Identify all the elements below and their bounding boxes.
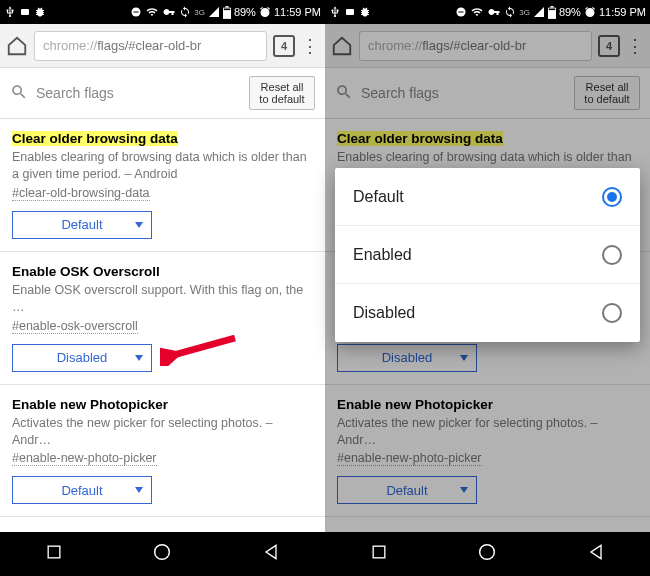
url-scheme: chrome:// <box>368 38 422 53</box>
flag-description: Enable OSK overscroll support. With this… <box>12 282 313 316</box>
svg-point-16 <box>480 545 495 560</box>
usb-icon <box>329 6 341 18</box>
menu-icon[interactable]: ⋮ <box>626 35 644 57</box>
flag-enable-new-photopicker: Enable new Photopicker Activates the new… <box>0 385 325 518</box>
svg-rect-7 <box>48 546 60 558</box>
search-placeholder: Search flags <box>361 85 439 101</box>
flag-title: Clear older browsing data <box>337 131 503 146</box>
svg-rect-13 <box>550 6 553 8</box>
chevron-down-icon <box>460 355 468 361</box>
home-nav-icon[interactable] <box>151 541 173 567</box>
android-navbar <box>0 532 325 576</box>
bug-icon <box>359 6 371 18</box>
omnibox[interactable]: chrome://flags/#clear-old-br <box>34 31 267 61</box>
clock-text: 11:59 PM <box>274 6 321 18</box>
menu-icon[interactable]: ⋮ <box>301 35 319 57</box>
svg-rect-0 <box>21 9 29 15</box>
flag-clear-old-browsing-data: Clear older browsing data Enables cleari… <box>0 119 325 252</box>
radio-selected-icon <box>602 187 622 207</box>
svg-rect-9 <box>346 9 354 15</box>
flag-description: Enables clearing of browsing data which … <box>12 149 313 183</box>
status-bar: 3G 89% 11:59 PM <box>0 0 325 24</box>
omnibox[interactable]: chrome://flags/#clear-old-br <box>359 31 592 61</box>
flag-title: Enable new Photopicker <box>337 397 493 412</box>
flag-experimental-screencapture: Experimental ScreenCapture. Enable this … <box>325 517 650 532</box>
radio-icon <box>602 245 622 265</box>
tab-switcher[interactable]: 4 <box>273 35 295 57</box>
flag-anchor[interactable]: #enable-new-photo-picker <box>337 451 482 466</box>
flag-title: Experimental ScreenCapture. <box>337 529 525 532</box>
option-default[interactable]: Default <box>335 168 640 226</box>
url-path: flags/#clear-old-br <box>422 38 526 53</box>
recent-apps-icon[interactable] <box>369 542 389 566</box>
home-nav-icon[interactable] <box>476 541 498 567</box>
svg-rect-5 <box>224 8 230 10</box>
wifi-icon <box>145 6 159 18</box>
usb-icon <box>4 6 16 18</box>
search-row: Search flags Reset all to default <box>0 68 325 119</box>
vpn-key-icon <box>162 6 176 18</box>
sync-icon <box>504 6 516 18</box>
flag-dropdown[interactable]: Disabled <box>12 344 152 372</box>
radio-icon <box>602 303 622 323</box>
chevron-down-icon <box>135 222 143 228</box>
dnd-icon <box>130 6 142 18</box>
home-icon[interactable] <box>331 35 353 57</box>
flag-dropdown[interactable]: Default <box>337 476 477 504</box>
url-path: flags/#clear-old-br <box>97 38 201 53</box>
notification-icon <box>19 6 31 18</box>
flag-dropdown[interactable]: Default <box>12 211 152 239</box>
option-enabled[interactable]: Enabled <box>335 226 640 284</box>
tab-switcher[interactable]: 4 <box>598 35 620 57</box>
battery-icon <box>223 6 231 19</box>
reset-button[interactable]: Reset all to default <box>574 76 640 110</box>
alarm-icon <box>259 6 271 18</box>
flag-dropdown[interactable]: Default <box>12 476 152 504</box>
home-icon[interactable] <box>6 35 28 57</box>
flag-dropdown[interactable]: Disabled <box>337 344 477 372</box>
status-bar: 3G 89% 11:59 PM <box>325 0 650 24</box>
svg-rect-15 <box>373 546 385 558</box>
search-input[interactable]: Search flags <box>335 83 566 104</box>
svg-point-8 <box>155 545 170 560</box>
flag-experimental-screencapture: Experimental ScreenCapture. Enable this … <box>0 517 325 532</box>
back-nav-icon[interactable] <box>261 542 281 566</box>
flag-title: Enable new Photopicker <box>12 397 168 412</box>
dropdown-popup: Default Enabled Disabled <box>335 168 640 342</box>
alarm-icon <box>584 6 596 18</box>
chrome-toolbar: chrome://flags/#clear-old-br 4 ⋮ <box>325 24 650 68</box>
chevron-down-icon <box>135 355 143 361</box>
bug-icon <box>34 6 46 18</box>
search-placeholder: Search flags <box>36 85 114 101</box>
option-disabled[interactable]: Disabled <box>335 284 640 342</box>
flag-anchor[interactable]: #enable-osk-overscroll <box>12 319 138 334</box>
search-icon <box>335 83 353 104</box>
chevron-down-icon <box>460 487 468 493</box>
search-row: Search flags Reset all to default <box>325 68 650 119</box>
chrome-toolbar: chrome://flags/#clear-old-br 4 ⋮ <box>0 24 325 68</box>
search-icon <box>10 83 28 104</box>
back-nav-icon[interactable] <box>586 542 606 566</box>
flag-enable-osk-overscroll: Enable OSK Overscroll Enable OSK overscr… <box>0 252 325 385</box>
reset-button[interactable]: Reset all to default <box>249 76 315 110</box>
url-scheme: chrome:// <box>43 38 97 53</box>
search-input[interactable]: Search flags <box>10 83 241 104</box>
svg-rect-4 <box>225 6 228 8</box>
signal-icon <box>533 6 545 18</box>
flag-anchor[interactable]: #clear-old-browsing-data <box>12 186 150 201</box>
flag-anchor[interactable]: #enable-new-photo-picker <box>12 451 157 466</box>
battery-text: 89% <box>234 6 256 18</box>
chevron-down-icon <box>135 487 143 493</box>
flag-title: Experimental ScreenCapture. <box>12 529 200 532</box>
flag-title: Clear older browsing data <box>12 131 178 146</box>
battery-text: 89% <box>559 6 581 18</box>
wifi-icon <box>470 6 484 18</box>
dnd-icon <box>455 6 467 18</box>
battery-icon <box>548 6 556 19</box>
flag-description: Activates the new picker for selecting p… <box>337 415 638 449</box>
vpn-key-icon <box>487 6 501 18</box>
recent-apps-icon[interactable] <box>44 542 64 566</box>
sync-icon <box>179 6 191 18</box>
notification-icon <box>344 6 356 18</box>
svg-rect-2 <box>134 12 139 13</box>
